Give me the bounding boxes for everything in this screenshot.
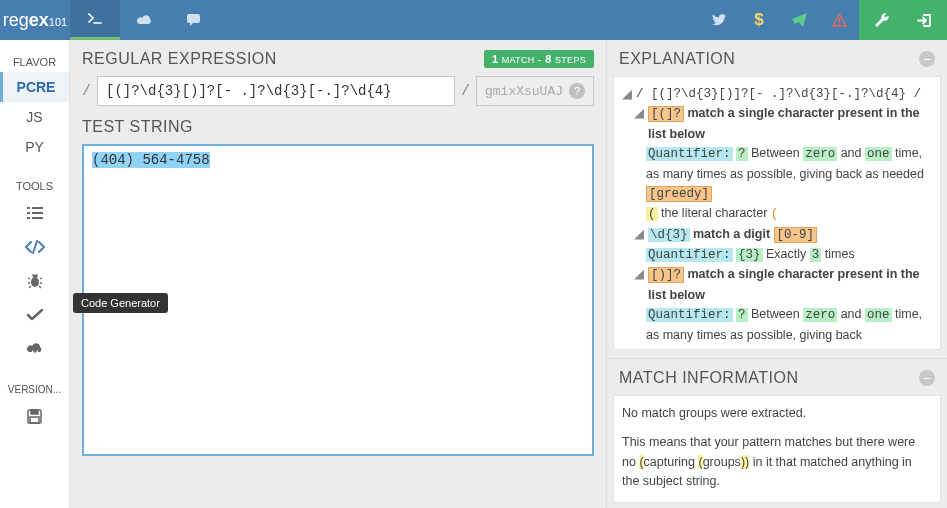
cloud-download-icon[interactable] [0, 332, 69, 366]
tab-terminal[interactable] [70, 0, 120, 40]
regex-row: / / gmixXsuUAJ ? [82, 76, 594, 106]
code-generator-icon[interactable] [0, 230, 69, 264]
svg-rect-5 [32, 217, 43, 219]
teststring-title: TEST STRING [82, 118, 594, 136]
dollar-icon[interactable]: $ [739, 0, 779, 40]
slash-close: / [461, 83, 470, 100]
flavor-pcre[interactable]: PCRE [0, 72, 69, 102]
topbar: regex101 $ [0, 0, 947, 40]
matchinfo-title: MATCH INFORMATION [619, 369, 798, 387]
check-icon[interactable] [0, 298, 69, 332]
version-label: VERSION... [0, 376, 69, 399]
paper-plane-icon[interactable] [779, 0, 819, 40]
regex-title-row: REGULAR EXPRESSION 1 MATCH - 8 STEPS [82, 50, 594, 68]
flavor-js[interactable]: JS [0, 102, 69, 132]
bug-icon[interactable] [0, 264, 69, 298]
explanation-pattern: / [(]?\d{3}[)]?[- .]?\d{3}[-.]?\d{4} / [636, 85, 932, 104]
svg-rect-4 [27, 217, 30, 219]
matchinfo-line1: No match groups were extracted. [622, 404, 932, 423]
sidebar: FLAVOR PCRE JS PY TOOLS VERSION... Code … [0, 40, 70, 508]
svg-rect-8 [31, 410, 38, 414]
flavor-py[interactable]: PY [0, 132, 69, 162]
svg-rect-1 [32, 207, 43, 209]
svg-rect-2 [27, 212, 30, 214]
top-tabs [70, 0, 220, 40]
warning-icon[interactable] [819, 0, 859, 40]
collapse-icon[interactable]: – [919, 370, 935, 386]
flavor-label: FLAVOR [0, 48, 69, 72]
explanation-panel: EXPLANATION – ◢/ [(]?\d{3}[)]?[- .]?\d{3… [607, 40, 947, 359]
matchinfo-body: No match groups were extracted. This mea… [613, 395, 941, 503]
list-icon[interactable] [0, 196, 69, 230]
main: FLAVOR PCRE JS PY TOOLS VERSION... Code … [0, 40, 947, 508]
tab-cloud[interactable] [120, 0, 170, 40]
center-panel: REGULAR EXPRESSION 1 MATCH - 8 STEPS / /… [70, 40, 607, 508]
svg-point-6 [31, 277, 39, 287]
collapse-icon[interactable]: – [919, 51, 935, 67]
svg-rect-9 [30, 417, 39, 423]
tools-label: TOOLS [0, 172, 69, 196]
match-highlight: (404) 564-4758 [92, 152, 210, 168]
twitter-icon[interactable] [699, 0, 739, 40]
tooltip-code-generator: Code Generator [73, 293, 168, 313]
save-icon[interactable] [0, 399, 69, 433]
explanation-title: EXPLANATION [619, 50, 735, 68]
flags-box[interactable]: gmixXsuUAJ ? [476, 76, 594, 106]
flags-placeholder: gmixXsuUAJ [485, 84, 563, 99]
matchinfo-line2: This means that your pattern matches but… [622, 433, 932, 491]
explanation-body[interactable]: ◢/ [(]?\d{3}[)]?[- .]?\d{3}[-.]?\d{4} / … [613, 76, 941, 350]
regex-title: REGULAR EXPRESSION [82, 50, 277, 68]
right-panel: EXPLANATION – ◢/ [(]?\d{3}[)]?[- .]?\d{3… [607, 40, 947, 508]
match-badge: 1 MATCH - 8 STEPS [484, 50, 594, 68]
wrench-icon[interactable] [859, 0, 903, 40]
signin-icon[interactable] [903, 0, 947, 40]
matchinfo-panel: MATCH INFORMATION – No match groups were… [607, 359, 947, 508]
logo: regex101 [0, 0, 70, 40]
topbar-actions [859, 0, 947, 40]
svg-rect-3 [32, 212, 43, 214]
regex-input[interactable] [97, 76, 455, 106]
topbar-right: $ [699, 0, 947, 40]
slash-open: / [82, 83, 91, 100]
svg-rect-0 [27, 207, 30, 209]
tab-chat[interactable] [170, 0, 220, 40]
help-icon[interactable]: ? [569, 83, 585, 99]
